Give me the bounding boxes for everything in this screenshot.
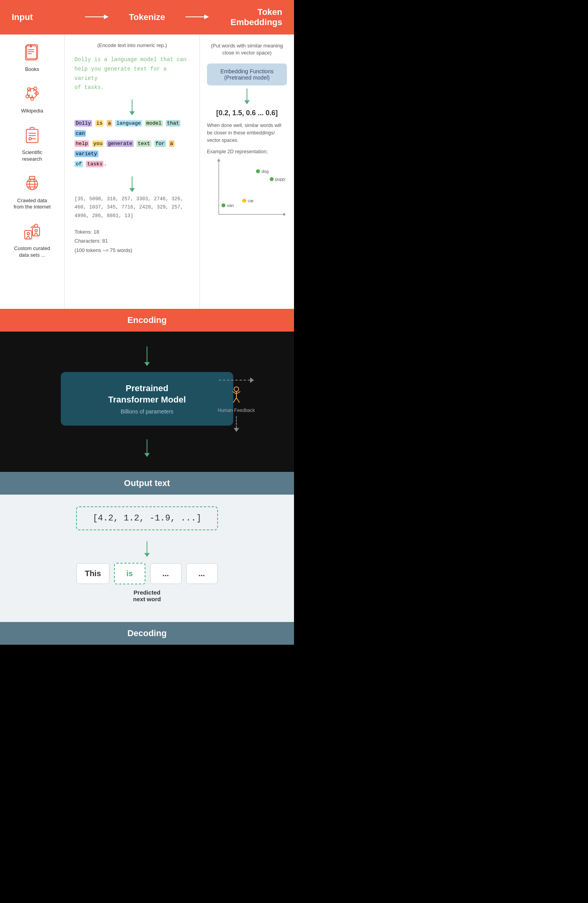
svg-line-52 bbox=[232, 392, 236, 394]
svg-point-50 bbox=[234, 387, 239, 392]
book-icon bbox=[22, 42, 43, 64]
arrow-1 bbox=[81, 11, 113, 24]
top-header: Input Tokenize Token Embeddings bbox=[0, 0, 294, 34]
word-this: This bbox=[76, 563, 109, 584]
predicted-words-row: This is ... ... bbox=[76, 563, 217, 584]
encoding-to-transformer-arrow bbox=[144, 346, 150, 366]
input-item-internet: WWW Crawled datafrom the internet bbox=[14, 174, 51, 211]
custom-label: Custom curateddata sets ... bbox=[14, 245, 50, 259]
output-vector: [4.2, 1.2, -1.9, ...] bbox=[76, 506, 218, 530]
svg-rect-9 bbox=[30, 44, 32, 47]
output-header: Output text bbox=[0, 472, 294, 495]
decoding-footer: Decoding bbox=[0, 622, 294, 645]
vector-to-words-arrow bbox=[144, 541, 150, 557]
transformer-title: PretrainedTransformer Model bbox=[84, 383, 210, 405]
top-section: Input Tokenize Token Embeddings bbox=[0, 0, 294, 309]
tokenize-header: Tokenize bbox=[113, 12, 182, 22]
stat-chars: Characters: 81 bbox=[74, 236, 190, 245]
middle-section: PretrainedTransformer Model Billions of … bbox=[0, 332, 294, 472]
highlighted-tokens: Dolly is a language model that can help … bbox=[74, 118, 190, 169]
human-feedback-section: Human Feedback bbox=[218, 377, 255, 432]
predicted-label: Predictednext word bbox=[133, 589, 161, 602]
svg-point-37 bbox=[34, 224, 38, 227]
output-content: [4.2, 1.2, -1.9, ...] This is ... ... Pr… bbox=[0, 495, 294, 622]
svg-line-14 bbox=[33, 90, 34, 91]
stat-tokens: Tokens: 18 bbox=[74, 227, 190, 236]
arrow-highlight-to-numbers bbox=[74, 176, 190, 192]
tokenize-title: Tokenize bbox=[129, 12, 165, 22]
arrow-original-to-highlight bbox=[74, 100, 190, 115]
books-label: Books bbox=[25, 66, 39, 73]
svg-line-55 bbox=[236, 398, 240, 403]
svg-marker-3 bbox=[204, 15, 209, 19]
embed-desc: When done well, similar words will be cl… bbox=[207, 122, 287, 144]
svg-point-36 bbox=[35, 229, 37, 232]
embed-example-title: Example 2D representation; bbox=[207, 149, 287, 154]
word-dot1: ... bbox=[150, 563, 181, 584]
svg-text:dog: dog bbox=[261, 169, 269, 174]
embed-subtitle: (Put words with similar meaningclose in … bbox=[207, 42, 287, 56]
svg-point-24 bbox=[29, 138, 31, 140]
input-item-books: Books bbox=[22, 42, 43, 73]
transformer-to-output-arrow bbox=[144, 439, 150, 457]
custom-icon bbox=[21, 221, 43, 243]
arrow-2 bbox=[181, 11, 213, 24]
svg-marker-1 bbox=[104, 15, 109, 19]
token-numbers: [35, 5098, 318, 257, 3303, 2746, 326, 46… bbox=[74, 195, 190, 220]
token-stats: Tokens: 18 Characters: 81 (100 tokens ~=… bbox=[74, 227, 190, 255]
science-label: Scientificresearch bbox=[22, 149, 42, 163]
embeddings-title: Token Embeddings bbox=[230, 7, 282, 27]
output-header-title: Output text bbox=[124, 478, 170, 488]
input-title: Input bbox=[12, 12, 33, 22]
svg-point-48 bbox=[221, 203, 225, 207]
original-text: Dolly is a language model that can help … bbox=[74, 55, 190, 92]
svg-point-42 bbox=[256, 169, 260, 173]
svg-line-54 bbox=[233, 398, 236, 403]
human-feedback-icon bbox=[225, 386, 247, 405]
plot-svg: dog puppy car van bbox=[207, 158, 285, 220]
human-feedback-label: Human Feedback bbox=[218, 408, 255, 413]
2d-plot: dog puppy car van bbox=[207, 158, 285, 220]
svg-line-12 bbox=[30, 90, 31, 92]
input-item-wikipedia: Wikipedia bbox=[21, 84, 43, 114]
output-section: Output text [4.2, 1.2, -1.9, ...] This i… bbox=[0, 472, 294, 645]
tokenize-subtitle: (Encode text into numeric rep.) bbox=[74, 42, 190, 48]
embeddings-header: Token Embeddings bbox=[213, 7, 282, 27]
svg-line-53 bbox=[236, 392, 240, 394]
svg-point-34 bbox=[27, 232, 29, 235]
embed-arrow bbox=[207, 89, 287, 104]
svg-marker-39 bbox=[217, 158, 220, 161]
embeddings-column: (Put words with similar meaningclose in … bbox=[200, 34, 294, 309]
svg-text:car: car bbox=[248, 198, 254, 203]
internet-icon: WWW bbox=[22, 174, 43, 195]
science-icon bbox=[22, 125, 43, 147]
input-item-custom: Custom curateddata sets ... bbox=[14, 221, 50, 259]
transformer-row: PretrainedTransformer Model Billions of … bbox=[16, 372, 278, 437]
transformer-box: PretrainedTransformer Model Billions of … bbox=[61, 372, 233, 426]
svg-text:WWW: WWW bbox=[29, 178, 36, 180]
top-content: Books bbox=[0, 34, 294, 309]
svg-line-20 bbox=[29, 95, 30, 96]
embedding-functions-box: Embedding Functions(Pretrained model) bbox=[207, 63, 287, 85]
wikipedia-icon bbox=[21, 84, 43, 105]
word-dot2: ... bbox=[186, 563, 218, 584]
encoding-header: Encoding bbox=[0, 309, 294, 332]
internet-label: Crawled datafrom the internet bbox=[14, 198, 51, 211]
svg-point-44 bbox=[270, 177, 274, 181]
encoding-title: Encoding bbox=[127, 315, 167, 325]
stat-note: (100 tokens ~= 75 words) bbox=[74, 246, 190, 255]
svg-text:van: van bbox=[227, 203, 234, 208]
word-is: is bbox=[114, 563, 145, 584]
embedding-box-label: Embedding Functions(Pretrained model) bbox=[220, 68, 273, 81]
svg-text:puppy: puppy bbox=[275, 177, 285, 181]
svg-marker-41 bbox=[283, 213, 285, 216]
transformer-subtitle: Billions of parameters bbox=[84, 408, 210, 415]
svg-point-46 bbox=[242, 199, 246, 203]
embed-vector: [0.2, 1.5, 0.6 ... 0.6] bbox=[207, 109, 287, 117]
input-column: Books bbox=[0, 34, 65, 309]
input-header: Input bbox=[12, 12, 81, 22]
input-item-science: Scientificresearch bbox=[22, 125, 43, 163]
svg-rect-4 bbox=[25, 46, 36, 60]
decoding-title: Decoding bbox=[127, 628, 167, 638]
wikipedia-label: Wikipedia bbox=[21, 108, 43, 114]
